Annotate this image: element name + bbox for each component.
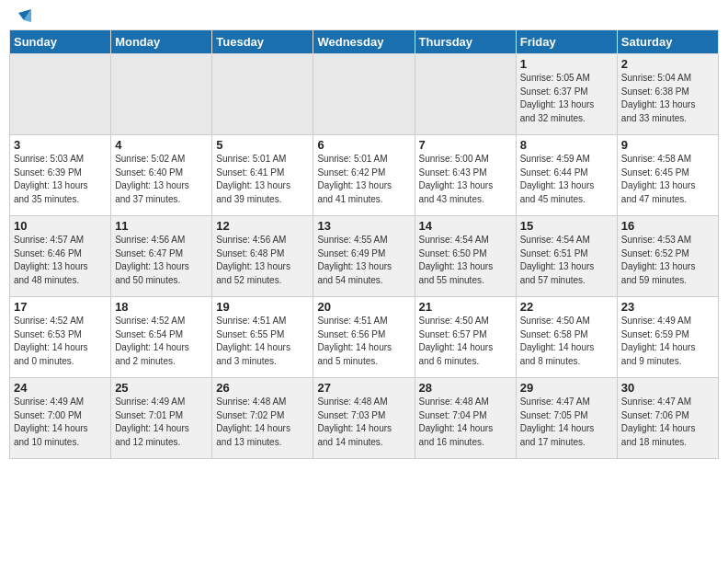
calendar-cell: 4Sunrise: 5:02 AM Sunset: 6:40 PM Daylig… (111, 135, 212, 216)
weekday-header-wednesday: Wednesday (313, 30, 415, 54)
calendar-cell: 25Sunrise: 4:49 AM Sunset: 7:01 PM Dayli… (111, 378, 212, 459)
weekday-header-friday: Friday (516, 30, 617, 54)
day-number: 14 (419, 219, 512, 233)
day-number: 27 (317, 381, 410, 395)
calendar-cell: 9Sunrise: 4:58 AM Sunset: 6:45 PM Daylig… (617, 135, 718, 216)
day-info: Sunrise: 4:55 AM Sunset: 6:49 PM Dayligh… (317, 234, 410, 287)
day-number: 13 (317, 219, 410, 233)
calendar-cell: 10Sunrise: 4:57 AM Sunset: 6:46 PM Dayli… (10, 216, 111, 297)
weekday-header-tuesday: Tuesday (212, 30, 313, 54)
day-number: 16 (621, 219, 714, 233)
calendar-cell: 2Sunrise: 5:04 AM Sunset: 6:38 PM Daylig… (617, 54, 718, 135)
day-number: 29 (520, 381, 613, 395)
day-number: 24 (14, 381, 107, 395)
calendar-cell: 8Sunrise: 4:59 AM Sunset: 6:44 PM Daylig… (516, 135, 617, 216)
day-number: 7 (419, 138, 512, 152)
day-number: 3 (14, 138, 107, 152)
calendar-cell (415, 54, 516, 135)
calendar-cell: 18Sunrise: 4:52 AM Sunset: 6:54 PM Dayli… (111, 297, 212, 378)
day-info: Sunrise: 4:59 AM Sunset: 6:44 PM Dayligh… (520, 153, 613, 206)
calendar-cell: 3Sunrise: 5:03 AM Sunset: 6:39 PM Daylig… (10, 135, 111, 216)
day-info: Sunrise: 4:56 AM Sunset: 6:48 PM Dayligh… (216, 234, 309, 287)
day-info: Sunrise: 4:50 AM Sunset: 6:58 PM Dayligh… (520, 315, 613, 368)
day-info: Sunrise: 5:01 AM Sunset: 6:41 PM Dayligh… (216, 153, 309, 206)
calendar-cell: 22Sunrise: 4:50 AM Sunset: 6:58 PM Dayli… (516, 297, 617, 378)
calendar-cell: 30Sunrise: 4:47 AM Sunset: 7:06 PM Dayli… (617, 378, 718, 459)
day-number: 21 (419, 300, 512, 314)
day-number: 11 (115, 219, 208, 233)
calendar-cell: 13Sunrise: 4:55 AM Sunset: 6:49 PM Dayli… (313, 216, 415, 297)
calendar-cell: 14Sunrise: 4:54 AM Sunset: 6:50 PM Dayli… (415, 216, 516, 297)
day-info: Sunrise: 4:53 AM Sunset: 6:52 PM Dayligh… (621, 234, 714, 287)
day-info: Sunrise: 5:01 AM Sunset: 6:42 PM Dayligh… (317, 153, 410, 206)
day-info: Sunrise: 5:00 AM Sunset: 6:43 PM Dayligh… (419, 153, 512, 206)
calendar-week-row: 17Sunrise: 4:52 AM Sunset: 6:53 PM Dayli… (10, 297, 719, 378)
day-info: Sunrise: 4:57 AM Sunset: 6:46 PM Dayligh… (14, 234, 107, 287)
calendar-cell: 28Sunrise: 4:48 AM Sunset: 7:04 PM Dayli… (415, 378, 516, 459)
day-number: 6 (317, 138, 410, 152)
day-number: 28 (419, 381, 512, 395)
calendar-cell (313, 54, 415, 135)
weekday-header-sunday: Sunday (10, 30, 111, 54)
day-info: Sunrise: 5:04 AM Sunset: 6:38 PM Dayligh… (621, 72, 714, 125)
day-number: 19 (216, 300, 309, 314)
calendar-cell: 11Sunrise: 4:56 AM Sunset: 6:47 PM Dayli… (111, 216, 212, 297)
calendar-cell: 27Sunrise: 4:48 AM Sunset: 7:03 PM Dayli… (313, 378, 415, 459)
calendar-week-row: 10Sunrise: 4:57 AM Sunset: 6:46 PM Dayli… (10, 216, 719, 297)
day-number: 15 (520, 219, 613, 233)
calendar-cell: 12Sunrise: 4:56 AM Sunset: 6:48 PM Dayli… (212, 216, 313, 297)
day-number: 1 (520, 57, 613, 71)
weekday-header-row: SundayMondayTuesdayWednesdayThursdayFrid… (10, 30, 719, 54)
calendar-cell: 19Sunrise: 4:51 AM Sunset: 6:55 PM Dayli… (212, 297, 313, 378)
calendar-cell (111, 54, 212, 135)
day-info: Sunrise: 5:05 AM Sunset: 6:37 PM Dayligh… (520, 72, 613, 125)
day-info: Sunrise: 4:54 AM Sunset: 6:51 PM Dayligh… (520, 234, 613, 287)
day-info: Sunrise: 4:52 AM Sunset: 6:53 PM Dayligh… (14, 315, 107, 368)
calendar-cell: 20Sunrise: 4:51 AM Sunset: 6:56 PM Dayli… (313, 297, 415, 378)
day-number: 20 (317, 300, 410, 314)
day-info: Sunrise: 4:49 AM Sunset: 6:59 PM Dayligh… (621, 315, 714, 368)
page-header (9, 9, 719, 24)
day-number: 5 (216, 138, 309, 152)
calendar-cell: 7Sunrise: 5:00 AM Sunset: 6:43 PM Daylig… (415, 135, 516, 216)
calendar-cell: 26Sunrise: 4:48 AM Sunset: 7:02 PM Dayli… (212, 378, 313, 459)
day-number: 12 (216, 219, 309, 233)
day-number: 9 (621, 138, 714, 152)
calendar-cell: 24Sunrise: 4:49 AM Sunset: 7:00 PM Dayli… (10, 378, 111, 459)
calendar-cell (10, 54, 111, 135)
day-number: 2 (621, 57, 714, 71)
day-info: Sunrise: 4:48 AM Sunset: 7:04 PM Dayligh… (419, 396, 512, 449)
day-info: Sunrise: 4:50 AM Sunset: 6:57 PM Dayligh… (419, 315, 512, 368)
calendar-cell: 17Sunrise: 4:52 AM Sunset: 6:53 PM Dayli… (10, 297, 111, 378)
day-info: Sunrise: 5:02 AM Sunset: 6:40 PM Dayligh… (115, 153, 208, 206)
day-info: Sunrise: 4:47 AM Sunset: 7:05 PM Dayligh… (520, 396, 613, 449)
day-info: Sunrise: 4:58 AM Sunset: 6:45 PM Dayligh… (621, 153, 714, 206)
day-info: Sunrise: 4:51 AM Sunset: 6:56 PM Dayligh… (317, 315, 410, 368)
day-info: Sunrise: 4:48 AM Sunset: 7:03 PM Dayligh… (317, 396, 410, 449)
day-number: 26 (216, 381, 309, 395)
day-number: 25 (115, 381, 208, 395)
calendar-cell: 29Sunrise: 4:47 AM Sunset: 7:05 PM Dayli… (516, 378, 617, 459)
day-info: Sunrise: 4:49 AM Sunset: 7:01 PM Dayligh… (115, 396, 208, 449)
calendar-cell: 5Sunrise: 5:01 AM Sunset: 6:41 PM Daylig… (212, 135, 313, 216)
calendar-cell: 16Sunrise: 4:53 AM Sunset: 6:52 PM Dayli… (617, 216, 718, 297)
weekday-header-saturday: Saturday (617, 30, 718, 54)
calendar-cell: 23Sunrise: 4:49 AM Sunset: 6:59 PM Dayli… (617, 297, 718, 378)
calendar-table: SundayMondayTuesdayWednesdayThursdayFrid… (9, 29, 719, 459)
calendar-week-row: 1Sunrise: 5:05 AM Sunset: 6:37 PM Daylig… (10, 54, 719, 135)
day-number: 18 (115, 300, 208, 314)
day-number: 22 (520, 300, 613, 314)
day-number: 30 (621, 381, 714, 395)
calendar-cell (212, 54, 313, 135)
calendar-cell: 21Sunrise: 4:50 AM Sunset: 6:57 PM Dayli… (415, 297, 516, 378)
day-number: 4 (115, 138, 208, 152)
day-info: Sunrise: 4:48 AM Sunset: 7:02 PM Dayligh… (216, 396, 309, 449)
calendar-week-row: 24Sunrise: 4:49 AM Sunset: 7:00 PM Dayli… (10, 378, 719, 459)
weekday-header-thursday: Thursday (415, 30, 516, 54)
calendar-cell: 6Sunrise: 5:01 AM Sunset: 6:42 PM Daylig… (313, 135, 415, 216)
logo (9, 9, 31, 24)
calendar-cell: 15Sunrise: 4:54 AM Sunset: 6:51 PM Dayli… (516, 216, 617, 297)
logo-bird-icon (11, 9, 31, 28)
day-info: Sunrise: 4:47 AM Sunset: 7:06 PM Dayligh… (621, 396, 714, 449)
day-number: 10 (14, 219, 107, 233)
